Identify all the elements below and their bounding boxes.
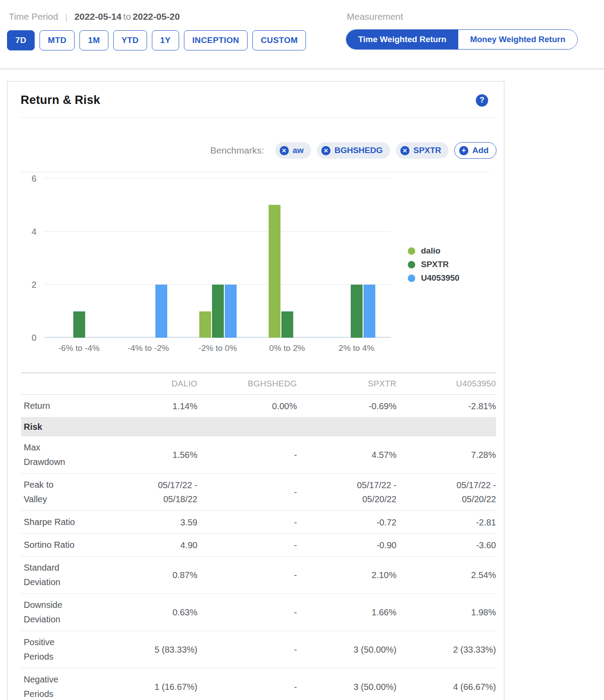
cell-value: 1 (16.67%) — [98, 680, 198, 694]
cell-value: - — [198, 568, 297, 582]
row-label: Positive Periods — [21, 635, 98, 664]
legend-item-SPXTR[interactable]: SPXTR — [408, 260, 460, 269]
bar-U4053950 — [155, 285, 167, 338]
return-risk-card: Return & Risk Benchmarks: awBGHSHEDGSPXT… — [7, 81, 504, 700]
start-date: 2022-05-14 — [74, 11, 121, 21]
table-body: Return1.14%0.00%-0.69%-2.81%RiskMax Draw… — [21, 395, 496, 700]
row-label: Downside Deviation — [21, 598, 98, 627]
benchmark-chip-spxtr: SPXTR — [396, 142, 449, 159]
table-row: Downside Deviation0.63%-1.66%1.98% — [21, 594, 496, 631]
cell-value: -0.69% — [297, 399, 397, 413]
x-axis-label: -4% to -2% — [114, 343, 183, 353]
cell-value: - — [198, 680, 297, 694]
cell-value: 4.57% — [297, 448, 397, 462]
column-header-u4053950: U4053950 — [396, 379, 496, 389]
measurement-option-1[interactable]: Money Weighted Return — [458, 30, 577, 49]
help-icon[interactable] — [476, 94, 488, 107]
histogram-chart: 0246 -6% to -4%-4% to -2%-2% to 0%0% to … — [21, 172, 489, 361]
cell-value: 4 (66.67%) — [396, 680, 496, 694]
cell-value: - — [198, 538, 297, 552]
x-axis-label: -6% to -4% — [44, 343, 114, 353]
cell-value: 0.87% — [98, 568, 198, 582]
bar-SPXTR — [351, 285, 363, 338]
table-row: Sortino Ratio4.90--0.90-3.60 — [21, 534, 496, 557]
bar-group — [252, 172, 322, 338]
chart-legend: dalioSPXTRU4053950 — [408, 246, 460, 283]
legend-label: dalio — [421, 246, 440, 256]
period-button-1m[interactable]: 1M — [79, 30, 108, 50]
remove-benchmark-icon[interactable] — [400, 146, 410, 155]
period-button-custom[interactable]: CUSTOM — [252, 30, 306, 50]
benchmark-chip-label: SPXTR — [413, 146, 441, 155]
table-row: Max Drawdown1.56%-4.57%7.28% — [21, 436, 496, 474]
period-button-inception[interactable]: INCEPTION — [184, 30, 248, 50]
x-axis-label: -2% to 0% — [183, 343, 252, 353]
cell-value: 4.90 — [98, 538, 198, 552]
page-header: Time Period | 2022-05-14to2022-05-20 7DM… — [0, 0, 604, 50]
measurement-label: Measurement — [347, 11, 403, 22]
divider-pipe: | — [65, 12, 67, 22]
bar-dalio — [269, 205, 280, 338]
column-header-bghshedg: BGHSHEDG — [198, 379, 297, 389]
bar-group — [183, 172, 252, 338]
period-button-ytd[interactable]: YTD — [113, 30, 147, 50]
cell-value: - — [198, 643, 297, 657]
add-icon — [459, 146, 468, 155]
card-header: Return & Risk — [7, 82, 504, 117]
row-label: Standard Deviation — [21, 561, 98, 589]
remove-benchmark-icon[interactable] — [321, 146, 331, 155]
bar-group — [114, 172, 183, 338]
legend-marker-icon — [408, 275, 415, 282]
period-button-1y[interactable]: 1Y — [152, 30, 179, 50]
time-period-row: Time Period | 2022-05-14to2022-05-20 — [9, 11, 306, 22]
y-axis-label: 0 — [21, 333, 36, 343]
add-benchmark-button[interactable]: Add — [454, 142, 496, 159]
table-row: Positive Periods5 (83.33%)-3 (50.00%)2 (… — [21, 631, 496, 668]
measurement-option-0[interactable]: Time Weighted Return — [346, 30, 458, 49]
cell-value: 05/17/22 - 05/20/22 — [297, 478, 397, 506]
benchmark-chip-aw: aw — [275, 142, 311, 159]
cell-value: - — [198, 448, 297, 462]
legend-item-dalio[interactable]: dalio — [408, 246, 460, 256]
period-buttons: 7DMTD1MYTD1YINCEPTIONCUSTOM — [7, 30, 306, 50]
cell-value: 1.56% — [98, 448, 198, 462]
cell-value: 1.14% — [98, 399, 198, 413]
cell-value: 3 (50.00%) — [297, 680, 397, 694]
cell-value: 0.63% — [98, 605, 198, 619]
end-date: 2022-05-20 — [133, 11, 180, 21]
column-header-dalio: DALIO — [98, 379, 198, 389]
bar-group — [322, 172, 391, 338]
measurement-section: Measurement Time Weighted ReturnMoney We… — [346, 11, 578, 50]
y-axis-label: 2 — [21, 280, 36, 290]
cell-value: -0.72 — [297, 515, 397, 529]
cell-value: 0.00% — [198, 399, 297, 413]
bar-SPXTR — [212, 285, 224, 338]
row-label: Max Drawdown — [21, 440, 98, 469]
benchmark-chips: awBGHSHEDGSPXTR — [275, 142, 449, 159]
benchmarks-row: Benchmarks: awBGHSHEDGSPXTR Add — [21, 142, 496, 159]
bar-dalio — [199, 311, 211, 338]
cell-value: -2.81 — [396, 515, 496, 529]
header-divider — [0, 68, 604, 70]
column-header-spxtr: SPXTR — [297, 379, 397, 389]
cell-value: 5 (83.33%) — [98, 643, 198, 657]
legend-item-U4053950[interactable]: U4053950 — [408, 273, 460, 283]
cell-value: 2.54% — [396, 568, 496, 582]
table-header: DALIOBGHSHEDGSPXTRU4053950 — [21, 373, 496, 395]
cell-value: 05/17/22 - 05/20/22 — [396, 478, 496, 506]
cell-value: -3.60 — [396, 538, 496, 552]
remove-benchmark-icon[interactable] — [280, 146, 289, 155]
period-button-mtd[interactable]: MTD — [40, 30, 75, 50]
benchmark-chip-label: BGHSHEDG — [334, 146, 383, 155]
period-button-7d[interactable]: 7D — [7, 30, 35, 50]
cell-value: -2.81% — [396, 399, 496, 413]
chart-bars — [44, 172, 391, 338]
bar-group — [44, 172, 114, 338]
bar-SPXTR — [73, 311, 85, 338]
legend-label: U4053950 — [421, 273, 460, 283]
date-connector: to — [122, 11, 133, 21]
row-label: Negative Periods — [21, 672, 98, 700]
return-risk-table: DALIOBGHSHEDGSPXTRU4053950 Return1.14%0.… — [21, 372, 496, 700]
row-label: Return — [21, 399, 98, 413]
row-label: Peak to Valley — [21, 478, 98, 507]
